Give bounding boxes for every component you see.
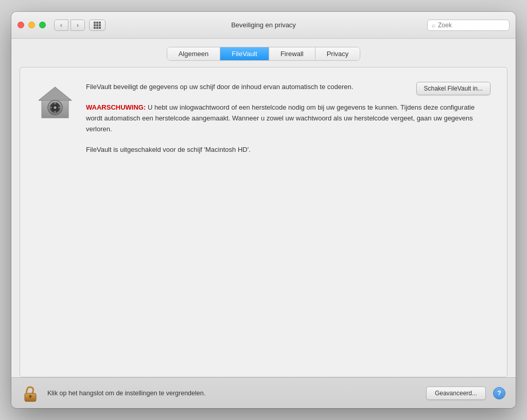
enable-filevault-button[interactable]: Schakel FileVault in... [416,82,491,95]
svg-point-9 [54,107,57,109]
svg-rect-12 [30,396,31,398]
tab-privacy[interactable]: Privacy [315,47,360,60]
warning-section: WAARSCHUWING: U hebt uw inlogwachtwoord … [86,102,490,134]
filevault-description: FileVault beveiligt de gegevens op uw sc… [86,82,490,155]
description-header: FileVault beveiligt de gegevens op uw sc… [86,82,490,95]
forward-button[interactable]: › [71,20,85,31]
tab-filevault[interactable]: FileVault [220,47,269,60]
status-text: FileVault is uitgeschakeld voor de schij… [86,145,490,155]
tab-bar: Algemeen FileVault Firewall Privacy [11,39,516,67]
tabs-container: Algemeen FileVault Firewall Privacy [167,47,361,61]
traffic-lights [17,22,46,28]
filevault-content: FileVault beveiligt de gegevens op uw sc… [37,82,490,165]
filevault-top: FileVault beveiligt de gegevens op uw sc… [37,82,490,155]
advanced-button[interactable]: Geavanceerd... [426,387,486,400]
bottom-bar: Klik op het hangslot om de instellingen … [11,377,516,408]
help-button[interactable]: ? [493,387,505,399]
main-window: ‹ › Beveiliging en privacy ⌕ Algemeen Fi… [11,12,516,408]
tab-firewall[interactable]: Firewall [269,47,315,60]
lock-status-text: Klik op het hangslot om de instellingen … [47,390,419,397]
nav-buttons: ‹ › [54,20,85,31]
description-text: FileVault beveiligt de gegevens op uw sc… [86,82,406,92]
search-bar[interactable]: ⌕ [427,20,510,31]
content-area: FileVault beveiligt de gegevens op uw sc… [20,67,507,377]
warning-label: WAARSCHUWING: [86,103,146,111]
tab-algemeen[interactable]: Algemeen [167,47,221,60]
close-button[interactable] [17,22,24,28]
lock-icon[interactable] [22,384,40,402]
minimize-button[interactable] [28,22,35,28]
grid-icon [94,22,101,29]
search-input[interactable] [438,22,505,29]
back-button[interactable]: ‹ [54,20,68,31]
titlebar: ‹ › Beveiliging en privacy ⌕ [11,12,516,39]
grid-button[interactable] [89,20,106,31]
maximize-button[interactable] [39,22,46,28]
filevault-icon [37,84,74,121]
search-icon: ⌕ [432,22,435,29]
window-title: Beveiliging en privacy [231,21,296,29]
svg-marker-1 [39,87,72,100]
